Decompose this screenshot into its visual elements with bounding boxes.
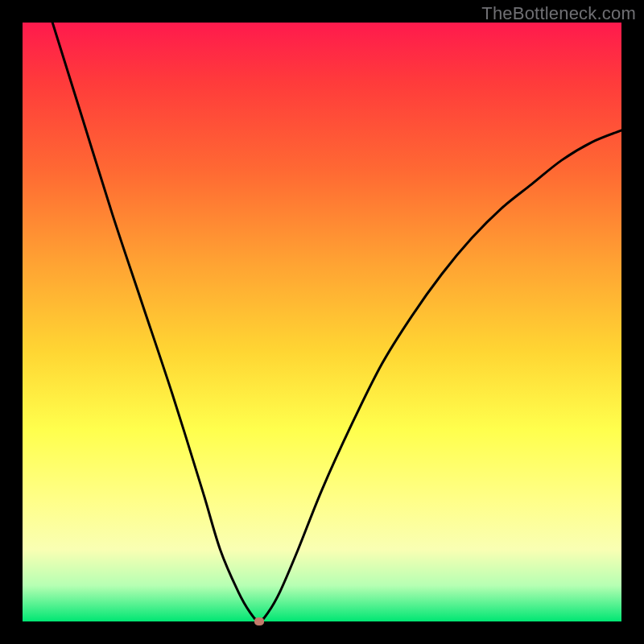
optimal-point-marker [254, 617, 264, 625]
bottleneck-curve [23, 23, 621, 621]
plot-area [23, 23, 621, 621]
chart-frame: TheBottleneck.com [0, 0, 644, 644]
watermark-text: TheBottleneck.com [481, 3, 636, 24]
